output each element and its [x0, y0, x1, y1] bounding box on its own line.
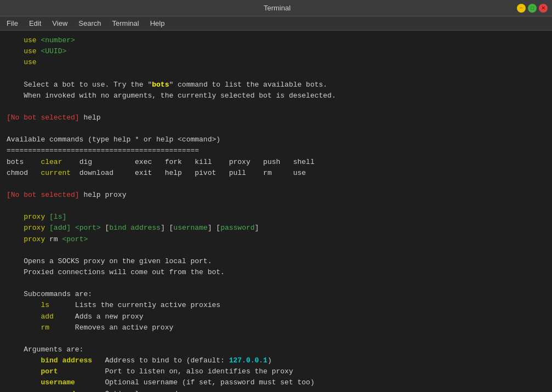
- line-available-header: Available commands (type help * or help …: [7, 134, 545, 145]
- line-use-uuid: use <UUID>: [7, 46, 545, 57]
- line-sub-rm: rm Removes an active proxy: [7, 322, 545, 333]
- menu-terminal[interactable]: Terminal: [108, 18, 144, 29]
- title-bar: Terminal − □ ✕: [0, 0, 552, 16]
- line-select-info-1: Select a bot to use. Try the "bots" comm…: [7, 79, 545, 90]
- line-sub-add: add Adds a new proxy: [7, 311, 545, 322]
- line-blank-6: [7, 245, 545, 256]
- line-blank-4: [7, 179, 545, 190]
- line-arguments-header: Arguments are:: [7, 344, 545, 355]
- menu-bar: File Edit View Search Terminal Help: [0, 16, 552, 31]
- menu-file[interactable]: File: [2, 18, 22, 29]
- line-separator: ========================================…: [7, 145, 545, 156]
- minimize-button[interactable]: −: [517, 4, 526, 13]
- line-prompt-help: [No bot selected] help: [7, 112, 545, 123]
- line-commands-row2: chmod current download exit help pivot p…: [7, 168, 545, 179]
- menu-view[interactable]: View: [48, 18, 72, 29]
- window-title: Terminal: [37, 4, 517, 12]
- menu-edit[interactable]: Edit: [25, 18, 45, 29]
- line-blank-1: [7, 68, 545, 79]
- line-arg-port: port Port to listen on, also identifies …: [7, 366, 545, 377]
- line-select-info-2: When invoked with no arguments, the curr…: [7, 90, 545, 101]
- line-arg-password: password Optional password: [7, 389, 545, 393]
- line-use: use: [7, 57, 545, 68]
- line-prompt-help-proxy: [No bot selected] help proxy: [7, 190, 545, 201]
- line-proxy-ls: proxy [ls]: [7, 212, 545, 223]
- close-button[interactable]: ✕: [539, 4, 548, 13]
- line-proxied: Proxied connections will come out from t…: [7, 267, 545, 278]
- window-controls: − □ ✕: [517, 4, 548, 13]
- terminal-body[interactable]: use <number> use <UUID> use Select a bot…: [0, 31, 552, 392]
- line-opens-socks: Opens a SOCKS proxy on the given local p…: [7, 256, 545, 267]
- line-arg-bind: bind address Address to bind to (default…: [7, 355, 545, 366]
- line-blank-7: [7, 278, 545, 289]
- line-proxy-rm: proxy rm <port>: [7, 234, 545, 245]
- window: Terminal − □ ✕ File Edit View Search Ter…: [0, 0, 552, 392]
- maximize-button[interactable]: □: [528, 4, 537, 13]
- menu-search[interactable]: Search: [74, 18, 105, 29]
- line-arg-username: username Optional username (if set, pass…: [7, 377, 545, 388]
- line-blank-3: [7, 123, 545, 134]
- line-sub-ls: ls Lists the currently active proxies: [7, 300, 545, 311]
- menu-help[interactable]: Help: [146, 18, 169, 29]
- line-subcommands-header: Subcommands are:: [7, 289, 545, 300]
- line-proxy-add: proxy [add] <port> [bind address] [usern…: [7, 223, 545, 234]
- line-blank-5: [7, 201, 545, 212]
- line-blank-8: [7, 333, 545, 344]
- line-commands-row1: bots clear dig exec fork kill proxy push…: [7, 157, 545, 168]
- line-blank-2: [7, 101, 545, 112]
- line-use-number: use <number>: [7, 35, 545, 46]
